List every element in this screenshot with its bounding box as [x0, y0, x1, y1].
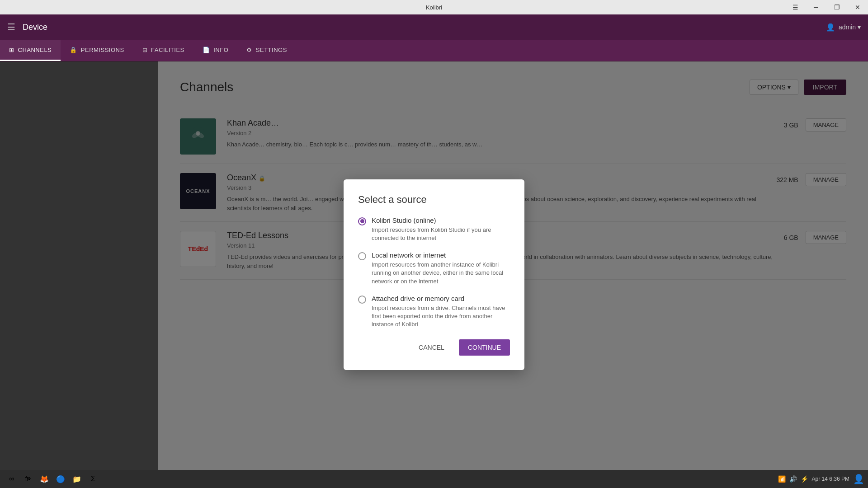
settings-icon: ⚙: [246, 47, 252, 53]
avatar-icon: 👤: [853, 474, 864, 484]
window-title: Kolibri: [426, 4, 442, 11]
tab-facilities[interactable]: ⊟ FACILITIES: [133, 40, 193, 61]
user-icon: 👤: [826, 23, 835, 32]
restore-button[interactable]: ❐: [826, 0, 847, 14]
radio-label-kolibri-studio: Kolibri Studio (online): [372, 216, 510, 224]
taskbar-icon-2[interactable]: 🦊: [37, 472, 52, 486]
info-icon: 📄: [203, 47, 210, 53]
taskbar-app-4-icon: 📁: [72, 475, 81, 483]
radio-desc-local-network: Import resources from another instance o…: [372, 261, 510, 286]
main-content: Channels OPTIONS ▾ IMPORT Khan Acade… Ve…: [0, 61, 868, 488]
radio-desc-kolibri-studio: Import resources from Kolibri Studio if …: [372, 226, 510, 242]
app-header: ☰ Device 👤 admin ▾: [0, 14, 868, 40]
radio-local-network[interactable]: [358, 252, 366, 260]
dialog-actions: CANCEL CONTINUE: [358, 339, 510, 356]
nav-tabs: ⊞ CHANNELS 🔒 PERMISSIONS ⊟ FACILITIES 📄 …: [0, 40, 868, 61]
admin-label[interactable]: admin ▾: [839, 23, 861, 31]
hamburger-icon[interactable]: ☰: [7, 22, 15, 33]
channels-icon: ⊞: [9, 47, 14, 53]
taskbar-app-2-icon: 🦊: [40, 475, 49, 483]
taskbar-icon-3[interactable]: 🔵: [53, 472, 68, 486]
taskbar-icon-1[interactable]: 🛍: [21, 472, 35, 486]
radio-option-local-network[interactable]: Local network or internet Import resourc…: [358, 251, 510, 286]
close-button[interactable]: ✕: [847, 0, 868, 14]
battery-icon: ⚡: [801, 475, 808, 483]
taskbar-icon-0[interactable]: ∞: [5, 472, 19, 486]
radio-desc-attached-drive: Import resources from a drive. Channels …: [372, 304, 510, 329]
tab-channels[interactable]: ⊞ CHANNELS: [0, 40, 61, 61]
radio-label-attached-drive: Attached drive or memory card: [372, 295, 510, 302]
select-source-dialog: Select a source Kolibri Studio (online) …: [344, 179, 524, 371]
radio-option-text-attached-drive: Attached drive or memory card Import res…: [372, 295, 510, 329]
header-right: 👤 admin ▾: [826, 23, 861, 32]
taskbar-app-1-icon: 🛍: [24, 475, 32, 483]
radio-attached-drive[interactable]: [358, 296, 366, 304]
network-icon: 📶: [778, 475, 786, 483]
taskbar-icon-4[interactable]: 📁: [70, 472, 84, 486]
taskbar-app-0-icon: ∞: [9, 475, 14, 483]
taskbar-right: 📶 🔊 ⚡ Apr 14 6:36 PM 👤: [778, 474, 864, 484]
radio-option-kolibri-studio[interactable]: Kolibri Studio (online) Import resources…: [358, 216, 510, 242]
menu-button[interactable]: ☰: [785, 0, 806, 14]
taskbar: ∞ 🛍 🦊 🔵 📁 Σ 📶 🔊 ⚡ Apr 14 6:36 PM 👤: [0, 470, 868, 488]
taskbar-app-3-icon: 🔵: [56, 475, 65, 483]
audio-icon: 🔊: [789, 475, 797, 483]
taskbar-icon-5[interactable]: Σ: [86, 472, 100, 486]
modal-overlay: Select a source Kolibri Studio (online) …: [0, 61, 868, 488]
cancel-button[interactable]: CANCEL: [410, 339, 453, 356]
tab-settings[interactable]: ⚙ SETTINGS: [237, 40, 296, 61]
clock: Apr 14 6:36 PM: [812, 476, 849, 482]
radio-kolibri-studio[interactable]: [358, 217, 366, 225]
radio-option-text-local-network: Local network or internet Import resourc…: [372, 251, 510, 286]
tab-permissions[interactable]: 🔒 PERMISSIONS: [61, 40, 133, 61]
minimize-button[interactable]: ─: [806, 0, 826, 14]
radio-label-local-network: Local network or internet: [372, 251, 510, 259]
dialog-title: Select a source: [358, 194, 510, 206]
continue-button[interactable]: CONTINUE: [459, 339, 510, 356]
radio-option-attached-drive[interactable]: Attached drive or memory card Import res…: [358, 295, 510, 329]
radio-option-text-kolibri-studio: Kolibri Studio (online) Import resources…: [372, 216, 510, 242]
device-label: Device: [23, 23, 47, 32]
tab-info[interactable]: 📄 INFO: [193, 40, 238, 61]
title-bar: Kolibri ☰ ─ ❐ ✕: [0, 0, 868, 14]
taskbar-app-5-icon: Σ: [91, 475, 95, 483]
lock-icon: 🔒: [70, 47, 77, 53]
facilities-icon: ⊟: [142, 47, 148, 53]
window-controls: ☰ ─ ❐ ✕: [785, 0, 868, 14]
